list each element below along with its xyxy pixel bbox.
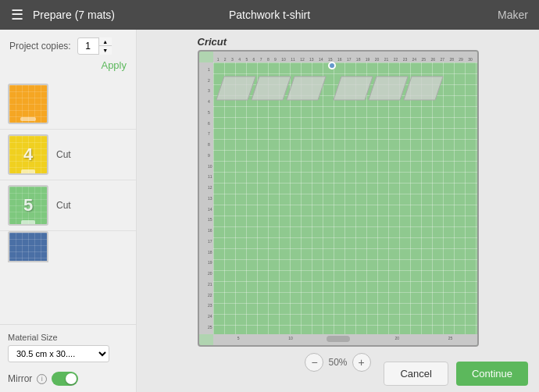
ruler-tick: 28	[449, 57, 454, 62]
ruler-tick: 23	[403, 57, 408, 62]
machine-label: Maker	[498, 9, 528, 21]
mat-label-5: Cut	[56, 200, 71, 211]
mat-thumb-5: 5	[8, 185, 48, 226]
copies-input[interactable]	[78, 41, 98, 52]
mat-thumb-6	[8, 231, 48, 262]
ruler-tick: 8	[267, 57, 270, 62]
mat-item-4[interactable]: 4 Cut	[0, 130, 136, 180]
zoom-controls: − 50% +	[305, 353, 370, 372]
ruler-tick: 2	[224, 57, 227, 62]
zoom-out-button[interactable]: −	[305, 353, 323, 372]
ruler-tick: 24	[412, 57, 417, 62]
ruler-tick: 20	[375, 57, 380, 62]
material-size-label: Material Size	[8, 333, 128, 342]
mat-number-5: 5	[23, 195, 33, 216]
ruler-tick: 21	[384, 57, 389, 62]
prepare-title: Prepare (7 mats)	[33, 9, 115, 21]
project-name: Patchwork t-shirt	[229, 9, 310, 21]
ruler-tick: 3	[231, 57, 234, 62]
svg-marker-4	[369, 77, 408, 100]
ruler-tick: 12	[300, 57, 305, 62]
cancel-button[interactable]: Cancel	[384, 362, 448, 386]
continue-button[interactable]: Continue	[456, 362, 528, 386]
canvas-area: Cricut 1 2 3 4 5 6 7 8 9 10 11	[137, 30, 539, 392]
ruler-tick: 29	[459, 57, 463, 62]
mat-number-4: 4	[23, 144, 33, 165]
apply-button[interactable]: Apply	[101, 59, 127, 71]
info-icon[interactable]: i	[37, 374, 47, 384]
position-indicator	[328, 62, 336, 69]
cricut-mat-container: Cricut 1 2 3 4 5 6 7 8 9 10 11	[198, 50, 479, 347]
ruler-tick: 9	[274, 57, 277, 62]
mat-handle-bottom[interactable]	[327, 336, 350, 342]
ruler-tick: 13	[309, 57, 314, 62]
mat-thumb-1	[8, 84, 48, 124]
mat-item-5[interactable]: 5 Cut	[0, 180, 136, 231]
ruler-left: 1 2 3 4 5 6 7 8 9 10 11 12 13 14	[199, 62, 213, 334]
ruler-tick: 19	[366, 57, 370, 62]
ruler-tick: 1	[217, 57, 220, 62]
ruler-tick: 27	[440, 57, 444, 62]
ruler-tick: 7	[260, 57, 262, 62]
svg-marker-5	[404, 77, 443, 100]
copies-up-button[interactable]: ▲	[99, 37, 112, 46]
project-copies-label: Project copies:	[9, 41, 71, 52]
copies-spinners: ▲ ▼	[98, 37, 112, 55]
ruler-tick: 17	[347, 57, 352, 62]
ruler-tick: 22	[394, 57, 398, 62]
zoom-level: 50%	[328, 357, 347, 368]
svg-marker-2	[287, 77, 326, 100]
cricut-mat[interactable]: 1 2 3 4 5 6 7 8 9 10 11 12 13 14	[198, 50, 479, 347]
project-copies-row: Project copies: ▲ ▼	[0, 30, 136, 58]
mirror-section: Mirror i	[0, 367, 136, 392]
mirror-toggle[interactable]	[52, 372, 78, 386]
cut-shapes	[216, 69, 459, 131]
apply-row: Apply	[0, 58, 136, 76]
svg-marker-3	[334, 77, 373, 100]
ruler-top: 1 2 3 4 5 6 7 8 9 10 11 12 13 14	[213, 52, 477, 62]
copies-down-button[interactable]: ▼	[99, 46, 112, 55]
copies-input-wrap: ▲ ▼	[77, 37, 112, 55]
mat-thumb-4: 4	[8, 134, 48, 175]
header: ☰ Prepare (7 mats) Patchwork t-shirt Mak…	[0, 0, 539, 30]
sidebar: Project copies: ▲ ▼ Apply	[0, 30, 137, 392]
svg-marker-1	[252, 77, 291, 100]
svg-marker-0	[216, 77, 255, 100]
ruler-tick: 10	[281, 57, 286, 62]
ruler-tick: 11	[291, 57, 295, 62]
ruler-tick: 4	[238, 57, 241, 62]
ruler-tick: 14	[319, 57, 323, 62]
cricut-brand-label: Cricut	[198, 36, 227, 48]
ruler-tick: 18	[356, 57, 361, 62]
mat-item-6[interactable]	[0, 231, 136, 262]
zoom-in-button[interactable]: +	[352, 353, 371, 372]
ruler-tick: 26	[430, 57, 435, 62]
footer-buttons: Cancel Continue	[373, 355, 539, 392]
ruler-tick: 6	[253, 57, 255, 62]
ruler-tick: 5	[245, 57, 248, 62]
mat-item-1[interactable]	[0, 79, 136, 130]
ruler-tick: 25	[422, 57, 427, 62]
mat-label-4: Cut	[56, 149, 71, 160]
menu-icon[interactable]: ☰	[11, 6, 23, 23]
material-size-select[interactable]: 30.5 cm x 30....	[8, 345, 109, 362]
toggle-knob	[66, 373, 77, 384]
main-layout: Project copies: ▲ ▼ Apply	[0, 30, 539, 392]
mirror-label: Mirror	[8, 373, 32, 384]
material-size-section: Material Size 30.5 cm x 30....	[0, 324, 136, 367]
ruler-tick: 30	[468, 57, 473, 62]
ruler-tick: 16	[337, 57, 342, 62]
mat-list: 4 Cut 5 Cut	[0, 76, 136, 324]
